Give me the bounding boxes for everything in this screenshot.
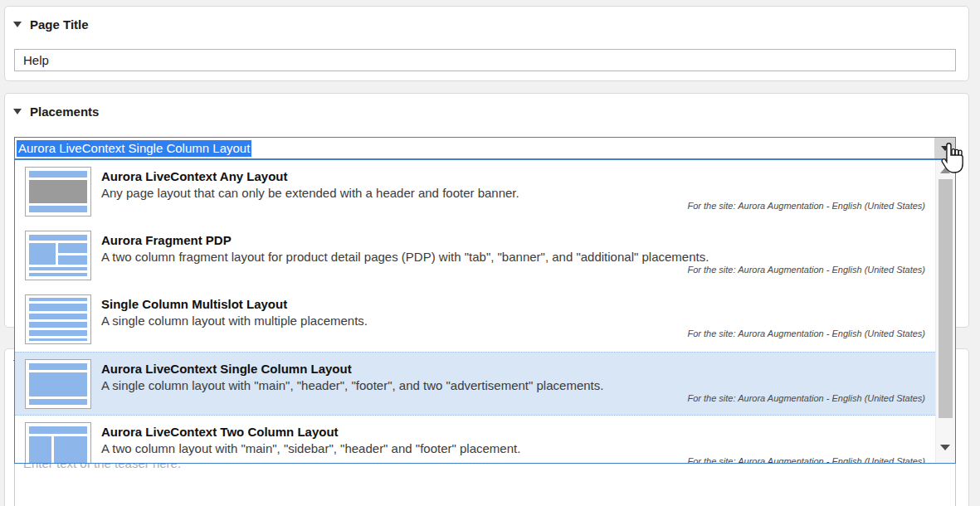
- list-item-single-column[interactable]: Aurora LiveContext Single Column Layout …: [15, 352, 935, 416]
- item-description: A single column layout with multiple pla…: [101, 312, 368, 329]
- item-description: A two column fragment layout for product…: [101, 248, 709, 265]
- item-site-note: For the site: Aurora Augmentation - Engl…: [687, 393, 925, 403]
- layout-fragment-pdp-icon: [25, 231, 91, 280]
- panel-title: Page Title: [30, 17, 89, 32]
- layout-combobox[interactable]: Aurora LiveContext Single Column Layout: [14, 137, 956, 159]
- scroll-down-icon[interactable]: [940, 445, 950, 450]
- collapse-caret-icon[interactable]: [13, 109, 22, 114]
- scrollbar-thumb[interactable]: [939, 179, 953, 418]
- item-site-note: For the site: Aurora Augmentation - Engl…: [687, 456, 925, 464]
- placements-panel-header: Placements: [5, 94, 968, 119]
- item-title: Aurora LiveContext Two Column Layout: [101, 424, 520, 440]
- list-item-two-column[interactable]: Aurora LiveContext Two Column Layout A t…: [15, 416, 935, 464]
- scroll-up-icon[interactable]: [940, 168, 950, 173]
- item-site-note: For the site: Aurora Augmentation - Engl…: [687, 328, 925, 338]
- layout-any-icon: [25, 167, 91, 217]
- layout-list: Aurora LiveContext Any Layout Any page l…: [15, 160, 935, 464]
- item-title: Single Column Multislot Layout: [101, 296, 368, 312]
- item-description: A single column layout with "main", "hea…: [101, 377, 603, 394]
- page-title-panel: Page Title Help: [4, 6, 969, 81]
- item-description: A two column layout with "main", "sideba…: [101, 440, 520, 457]
- item-description: Any page layout that can only be extende…: [101, 184, 519, 202]
- layout-two-column-icon: [25, 422, 91, 464]
- layout-single-column-icon: [25, 359, 91, 409]
- page-title-panel-header: Page Title: [5, 7, 968, 32]
- item-title: Aurora Fragment PDP: [101, 232, 709, 248]
- list-item-fragment-pdp[interactable]: Aurora Fragment PDP A two column fragmen…: [15, 224, 935, 288]
- dropdown-scrollbar[interactable]: [935, 160, 955, 463]
- panel-title: Placements: [30, 105, 99, 119]
- list-item-any-layout[interactable]: Aurora LiveContext Any Layout Any page l…: [15, 160, 935, 224]
- layout-dropdown-list: Aurora LiveContext Any Layout Any page l…: [14, 159, 956, 464]
- item-site-note: For the site: Aurora Augmentation - Engl…: [687, 201, 925, 211]
- collapse-caret-icon[interactable]: [13, 22, 22, 27]
- list-item-multislot[interactable]: Single Column Multislot Layout A single …: [15, 288, 935, 352]
- item-title: Aurora LiveContext Any Layout: [101, 168, 519, 184]
- app-root: { "page_title_panel": { "title": "Page T…: [0, 0, 980, 506]
- item-title: Aurora LiveContext Single Column Layout: [101, 361, 603, 377]
- page-title-input[interactable]: Help: [14, 49, 956, 71]
- item-site-note: For the site: Aurora Augmentation - Engl…: [687, 265, 925, 275]
- layout-multislot-icon: [25, 294, 91, 344]
- combobox-selected-text: Aurora LiveContext Single Column Layout: [17, 140, 251, 157]
- combobox-dropdown-trigger[interactable]: [934, 138, 955, 158]
